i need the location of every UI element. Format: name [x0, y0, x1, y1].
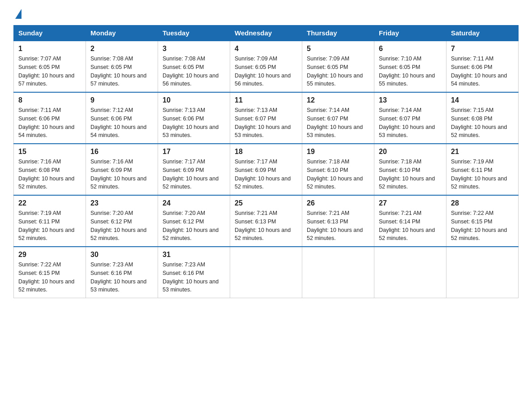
day-info: Sunrise: 7:19 AMSunset: 6:11 PMDaylight:…	[18, 209, 81, 243]
day-number: 1	[18, 45, 81, 53]
calendar-week-row: 15 Sunrise: 7:16 AMSunset: 6:08 PMDaylig…	[14, 144, 519, 195]
day-number: 25	[235, 199, 297, 207]
calendar-day-cell: 15 Sunrise: 7:16 AMSunset: 6:08 PMDaylig…	[14, 144, 86, 195]
day-info: Sunrise: 7:07 AMSunset: 6:05 PMDaylight:…	[18, 55, 81, 88]
calendar-day-cell	[374, 247, 446, 298]
calendar-day-cell: 28 Sunrise: 7:22 AMSunset: 6:15 PMDaylig…	[446, 195, 519, 247]
page-header	[13, 9, 519, 18]
calendar-day-cell: 9 Sunrise: 7:12 AMSunset: 6:06 PMDayligh…	[86, 92, 158, 144]
day-info: Sunrise: 7:22 AMSunset: 6:15 PMDaylight:…	[451, 209, 514, 243]
day-info: Sunrise: 7:23 AMSunset: 6:16 PMDaylight:…	[163, 261, 225, 294]
day-number: 22	[18, 199, 81, 207]
day-number: 16	[90, 148, 153, 156]
day-info: Sunrise: 7:17 AMSunset: 6:09 PMDaylight:…	[235, 158, 297, 191]
day-number: 26	[307, 199, 369, 207]
day-number: 15	[18, 148, 81, 156]
calendar-day-cell	[446, 247, 519, 298]
day-info: Sunrise: 7:13 AMSunset: 6:07 PMDaylight:…	[235, 106, 297, 140]
day-number: 21	[451, 148, 514, 156]
calendar-day-cell	[230, 247, 302, 298]
day-number: 8	[18, 96, 81, 104]
day-info: Sunrise: 7:15 AMSunset: 6:08 PMDaylight:…	[451, 106, 514, 140]
day-number: 17	[163, 148, 225, 156]
calendar-day-cell: 16 Sunrise: 7:16 AMSunset: 6:09 PMDaylig…	[86, 144, 158, 195]
day-number: 23	[90, 199, 153, 207]
calendar-day-cell: 6 Sunrise: 7:10 AMSunset: 6:05 PMDayligh…	[374, 41, 446, 92]
logo	[13, 9, 21, 18]
day-number: 31	[163, 251, 225, 259]
day-number: 2	[90, 45, 153, 53]
calendar-day-cell: 1 Sunrise: 7:07 AMSunset: 6:05 PMDayligh…	[14, 41, 86, 92]
day-info: Sunrise: 7:13 AMSunset: 6:06 PMDaylight:…	[163, 106, 225, 140]
logo-triangle-icon	[15, 9, 21, 19]
day-number: 28	[451, 199, 514, 207]
calendar-day-cell: 14 Sunrise: 7:15 AMSunset: 6:08 PMDaylig…	[446, 92, 519, 144]
day-info: Sunrise: 7:19 AMSunset: 6:11 PMDaylight:…	[451, 158, 514, 191]
day-number: 4	[235, 45, 297, 53]
calendar-day-cell	[302, 247, 374, 298]
calendar-day-header: Thursday	[302, 26, 374, 41]
day-number: 10	[163, 96, 225, 104]
day-info: Sunrise: 7:21 AMSunset: 6:14 PMDaylight:…	[379, 209, 442, 243]
day-info: Sunrise: 7:16 AMSunset: 6:08 PMDaylight:…	[18, 158, 81, 191]
calendar-day-cell: 13 Sunrise: 7:14 AMSunset: 6:07 PMDaylig…	[374, 92, 446, 144]
day-info: Sunrise: 7:18 AMSunset: 6:10 PMDaylight:…	[307, 158, 369, 191]
day-info: Sunrise: 7:20 AMSunset: 6:12 PMDaylight:…	[90, 209, 153, 243]
day-number: 3	[163, 45, 225, 53]
calendar-day-cell: 24 Sunrise: 7:20 AMSunset: 6:12 PMDaylig…	[158, 195, 230, 247]
calendar-day-cell: 8 Sunrise: 7:11 AMSunset: 6:06 PMDayligh…	[14, 92, 86, 144]
day-number: 24	[163, 199, 225, 207]
day-number: 14	[451, 96, 514, 104]
calendar-day-cell: 26 Sunrise: 7:21 AMSunset: 6:13 PMDaylig…	[302, 195, 374, 247]
day-number: 27	[379, 199, 442, 207]
calendar-day-cell: 27 Sunrise: 7:21 AMSunset: 6:14 PMDaylig…	[374, 195, 446, 247]
day-info: Sunrise: 7:17 AMSunset: 6:09 PMDaylight:…	[163, 158, 225, 191]
day-number: 5	[307, 45, 369, 53]
calendar-day-cell: 22 Sunrise: 7:19 AMSunset: 6:11 PMDaylig…	[14, 195, 86, 247]
day-info: Sunrise: 7:23 AMSunset: 6:16 PMDaylight:…	[90, 261, 153, 294]
day-info: Sunrise: 7:11 AMSunset: 6:06 PMDaylight:…	[18, 106, 81, 140]
day-number: 18	[235, 148, 297, 156]
calendar-day-header: Tuesday	[158, 26, 230, 41]
day-info: Sunrise: 7:08 AMSunset: 6:05 PMDaylight:…	[163, 55, 225, 88]
day-info: Sunrise: 7:09 AMSunset: 6:05 PMDaylight:…	[235, 55, 297, 88]
calendar-day-cell: 30 Sunrise: 7:23 AMSunset: 6:16 PMDaylig…	[86, 247, 158, 298]
day-info: Sunrise: 7:22 AMSunset: 6:15 PMDaylight:…	[18, 261, 81, 294]
day-info: Sunrise: 7:09 AMSunset: 6:05 PMDaylight:…	[307, 55, 369, 88]
calendar-day-header: Friday	[374, 26, 446, 41]
day-info: Sunrise: 7:10 AMSunset: 6:05 PMDaylight:…	[379, 55, 442, 88]
calendar-table: SundayMondayTuesdayWednesdayThursdayFrid…	[13, 25, 519, 298]
calendar-day-cell: 10 Sunrise: 7:13 AMSunset: 6:06 PMDaylig…	[158, 92, 230, 144]
calendar-day-cell: 3 Sunrise: 7:08 AMSunset: 6:05 PMDayligh…	[158, 41, 230, 92]
calendar-week-row: 8 Sunrise: 7:11 AMSunset: 6:06 PMDayligh…	[14, 92, 519, 144]
calendar-day-cell: 19 Sunrise: 7:18 AMSunset: 6:10 PMDaylig…	[302, 144, 374, 195]
calendar-day-cell: 12 Sunrise: 7:14 AMSunset: 6:07 PMDaylig…	[302, 92, 374, 144]
calendar-day-cell: 7 Sunrise: 7:11 AMSunset: 6:06 PMDayligh…	[446, 41, 519, 92]
day-info: Sunrise: 7:11 AMSunset: 6:06 PMDaylight:…	[451, 55, 514, 88]
day-info: Sunrise: 7:08 AMSunset: 6:05 PMDaylight:…	[90, 55, 153, 88]
day-info: Sunrise: 7:12 AMSunset: 6:06 PMDaylight:…	[90, 106, 153, 140]
day-info: Sunrise: 7:14 AMSunset: 6:07 PMDaylight:…	[307, 106, 369, 140]
calendar-header-row: SundayMondayTuesdayWednesdayThursdayFrid…	[14, 26, 519, 41]
calendar-day-cell: 17 Sunrise: 7:17 AMSunset: 6:09 PMDaylig…	[158, 144, 230, 195]
calendar-day-cell: 20 Sunrise: 7:18 AMSunset: 6:10 PMDaylig…	[374, 144, 446, 195]
day-number: 9	[90, 96, 153, 104]
calendar-day-cell: 25 Sunrise: 7:21 AMSunset: 6:13 PMDaylig…	[230, 195, 302, 247]
calendar-day-cell: 4 Sunrise: 7:09 AMSunset: 6:05 PMDayligh…	[230, 41, 302, 92]
day-number: 29	[18, 251, 81, 259]
day-number: 30	[90, 251, 153, 259]
calendar-day-cell: 11 Sunrise: 7:13 AMSunset: 6:07 PMDaylig…	[230, 92, 302, 144]
calendar-week-row: 1 Sunrise: 7:07 AMSunset: 6:05 PMDayligh…	[14, 41, 519, 92]
calendar-day-header: Wednesday	[230, 26, 302, 41]
day-info: Sunrise: 7:14 AMSunset: 6:07 PMDaylight:…	[379, 106, 442, 140]
day-info: Sunrise: 7:21 AMSunset: 6:13 PMDaylight:…	[307, 209, 369, 243]
calendar-day-cell: 21 Sunrise: 7:19 AMSunset: 6:11 PMDaylig…	[446, 144, 519, 195]
calendar-day-header: Sunday	[14, 26, 86, 41]
day-number: 19	[307, 148, 369, 156]
calendar-day-cell: 2 Sunrise: 7:08 AMSunset: 6:05 PMDayligh…	[86, 41, 158, 92]
calendar-day-header: Saturday	[446, 26, 519, 41]
day-number: 13	[379, 96, 442, 104]
day-number: 11	[235, 96, 297, 104]
day-number: 7	[451, 45, 514, 53]
day-info: Sunrise: 7:16 AMSunset: 6:09 PMDaylight:…	[90, 158, 153, 191]
